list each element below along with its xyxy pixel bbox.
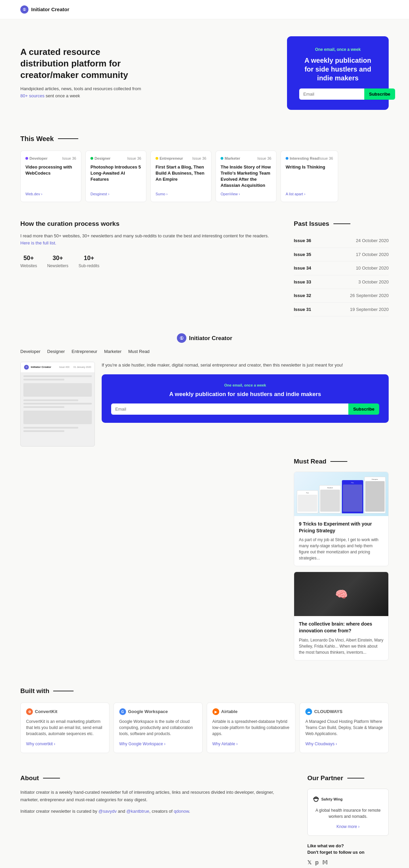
nl-nav-designer[interactable]: Designer bbox=[47, 348, 65, 355]
medium-icon[interactable]: 𝕄 bbox=[322, 859, 328, 867]
pricing-col-plus: Plus bbox=[342, 480, 363, 513]
issue-developer: Issue 36 bbox=[62, 156, 76, 161]
partner-card: ⛑ Safety Wing A global health insurance … bbox=[307, 789, 389, 836]
tag-entrepreneur: Entrepreneur bbox=[160, 156, 183, 161]
hero-cta-box: One email, once a week A weekly publicat… bbox=[287, 36, 389, 110]
partner-logo: ⛑ Safety Wing bbox=[313, 794, 383, 805]
nl-logo: ① Initiator Creator bbox=[20, 333, 389, 343]
cloudways-desc: A Managed Cloud Hosting Platform Where T… bbox=[305, 718, 383, 737]
issue-row-32[interactable]: Issue 32 26 September 2020 bbox=[294, 289, 389, 303]
convertkit-desc: ConvertKit is an email marketing platfor… bbox=[26, 718, 104, 737]
nl-email-input[interactable] bbox=[111, 403, 348, 415]
sources-link[interactable]: 80+ sources bbox=[20, 93, 44, 98]
link-developer[interactable]: Web.dev › bbox=[25, 191, 76, 197]
airtable-logo-icon: ▶ bbox=[212, 708, 219, 715]
pricing-col-enterprise: Enterprise bbox=[364, 477, 386, 513]
author2-link[interactable]: @kantbtrue bbox=[126, 809, 149, 814]
issue-row-33[interactable]: Issue 33 3 October 2020 bbox=[294, 275, 389, 289]
newsletter-section: ① Initiator Creator Developer Designer E… bbox=[0, 327, 409, 457]
card-entrepreneur: Entrepreneur Issue 36 First Start a Blog… bbox=[150, 151, 211, 202]
nl-logo-text: Initiator Creator bbox=[189, 334, 232, 343]
dot-designer bbox=[90, 157, 93, 160]
nl-nav-mustread[interactable]: Must Read bbox=[128, 348, 149, 355]
issue-row-36[interactable]: Issue 36 24 October 2020 bbox=[294, 234, 389, 248]
google-link[interactable]: Why Google Workspace › bbox=[119, 742, 166, 746]
product-link[interactable]: qdonow bbox=[174, 809, 189, 814]
nl-cta-box: One email, once a week A weekly publicat… bbox=[102, 374, 389, 423]
built-card-cloudways: ☁ CLOUDWAYS A Managed Cloud Hosting Plat… bbox=[300, 703, 389, 753]
logo-text: Initiator Creator bbox=[31, 6, 69, 14]
card-developer: Developer Issue 36 Video processing with… bbox=[20, 151, 81, 202]
cloudways-name: CLOUDWAYS bbox=[314, 708, 342, 715]
dot-marketer bbox=[221, 157, 223, 160]
nl-logo-icon: ① bbox=[177, 333, 186, 343]
nl-nav-marketer[interactable]: Marketer bbox=[104, 348, 121, 355]
partner-logo-icon: ⛑ bbox=[313, 794, 320, 805]
stat-subreddits: 10+ Sub-reddits bbox=[79, 254, 99, 269]
must-card-1-desc: Plato, Leonardo Da Vinci, Albert Einstei… bbox=[299, 637, 384, 655]
link-marketer[interactable]: OpenView › bbox=[221, 191, 271, 197]
link-designer[interactable]: Desginest › bbox=[90, 191, 141, 197]
curation-desc: I read more than 50+ websites, 30+ newsl… bbox=[20, 233, 277, 247]
hero-subscribe-button[interactable]: Subscribe bbox=[364, 88, 395, 100]
must-card-0-desc: As part of my job at Stripe, I get to wo… bbox=[299, 537, 384, 561]
built-card-airtable: ▶ Airtable Airtable is a spreadsheet-dat… bbox=[207, 703, 296, 753]
must-read-section: Must Read Free Standard Plus bbox=[294, 457, 389, 666]
pricing-col-standard: Standard bbox=[319, 485, 341, 513]
airtable-link[interactable]: Why Airtable › bbox=[212, 742, 238, 746]
partner-link[interactable]: Know more › bbox=[336, 824, 360, 829]
twitter-icon[interactable]: 𝕏 bbox=[307, 859, 312, 867]
title-developer: Video processing with WebCodecs bbox=[25, 164, 76, 176]
nl-preview: ① Initiator Creator Issue #00 01 January… bbox=[20, 362, 389, 447]
link-interesting[interactable]: A list apart › bbox=[286, 191, 333, 197]
issue-marketer: Issue 36 bbox=[257, 156, 271, 161]
must-card-1-body: The collective brain: where does innovat… bbox=[294, 616, 388, 660]
author1-link[interactable]: @savydv bbox=[99, 809, 117, 814]
nl-cta-headline: A weekly publication for side hustlers a… bbox=[111, 391, 379, 398]
logo[interactable]: ① Initiator Creator bbox=[20, 5, 69, 14]
airtable-name: Airtable bbox=[221, 708, 238, 715]
convertkit-link[interactable]: Why convertkit › bbox=[26, 742, 55, 746]
hero-section: A curated resource distribution platform… bbox=[0, 19, 409, 123]
nl-subscribe-button[interactable]: Subscribe bbox=[348, 403, 379, 415]
stats-row: 50+ Websites 30+ Newsletters 10+ Sub-red… bbox=[20, 254, 277, 269]
built-with-title: Built with bbox=[20, 686, 389, 696]
about-title: About bbox=[20, 773, 290, 783]
must-card-0-body: 9 Tricks to Experiment with your Pricing… bbox=[294, 516, 388, 566]
issue-row-31[interactable]: Issue 31 19 September 2020 bbox=[294, 303, 389, 317]
convertkit-logo-icon: ⚙ bbox=[26, 708, 33, 715]
spacer-left bbox=[20, 457, 277, 666]
must-card-0-title: 9 Tricks to Experiment with your Pricing… bbox=[299, 521, 384, 534]
hero-left: A curated resource distribution platform… bbox=[20, 46, 149, 100]
brain-image: 🧠 bbox=[294, 572, 388, 616]
link-entrepreneur[interactable]: Sumo › bbox=[156, 191, 206, 197]
issue-designer: Issue 36 bbox=[127, 156, 141, 161]
tag-designer: Designer bbox=[95, 156, 110, 161]
nl-email-row: Subscribe bbox=[111, 403, 379, 415]
dot-developer bbox=[25, 157, 28, 160]
issue-row-34[interactable]: Issue 34 10 October 2020 bbox=[294, 261, 389, 275]
tag-marketer: Marketer bbox=[225, 156, 240, 161]
card-marketer: Marketer Issue 36 The Inside Story of Ho… bbox=[216, 151, 277, 202]
hero-cta-headline: A weekly publication for side hustlers a… bbox=[299, 56, 376, 82]
nl-nav-developer[interactable]: Developer bbox=[20, 348, 40, 355]
issue-row-35[interactable]: Issue 35 17 October 2020 bbox=[294, 248, 389, 262]
cloudways-link[interactable]: Why Cloudways › bbox=[305, 742, 337, 746]
past-issues-list: Issue 36 24 October 2020 Issue 35 17 Oct… bbox=[294, 234, 389, 316]
partner-desc: A global health insurance for remote wor… bbox=[313, 807, 383, 820]
google-logo-icon: G bbox=[119, 708, 126, 715]
this-week-cards: Developer Issue 36 Video processing with… bbox=[20, 151, 389, 202]
must-card-1-title: The collective brain: where does innovat… bbox=[299, 621, 384, 634]
this-week-section: This Week Developer Issue 36 Video proce… bbox=[0, 123, 409, 212]
must-read-section-wrapper: Must Read Free Standard Plus bbox=[0, 457, 409, 676]
hero-headline: A curated resource distribution platform… bbox=[20, 46, 149, 81]
pinterest-icon[interactable]: 𝕡 bbox=[315, 859, 319, 867]
hero-email-row: Subscribe bbox=[299, 88, 376, 100]
nl-preview-date: 01 January 2020 bbox=[74, 366, 91, 369]
title-marketer: The Inside Story of How Trello's Marketi… bbox=[221, 164, 271, 189]
must-card-1: 🧠 The collective brain: where does innov… bbox=[294, 572, 389, 660]
nl-nav-entrepreneur[interactable]: Entrepreneur bbox=[71, 348, 97, 355]
hero-email-input[interactable] bbox=[299, 88, 364, 100]
curation-full-list-link[interactable]: Here is the full list. bbox=[20, 240, 56, 245]
nl-body-text: If you're a side hustler, indie maker, d… bbox=[102, 362, 389, 369]
